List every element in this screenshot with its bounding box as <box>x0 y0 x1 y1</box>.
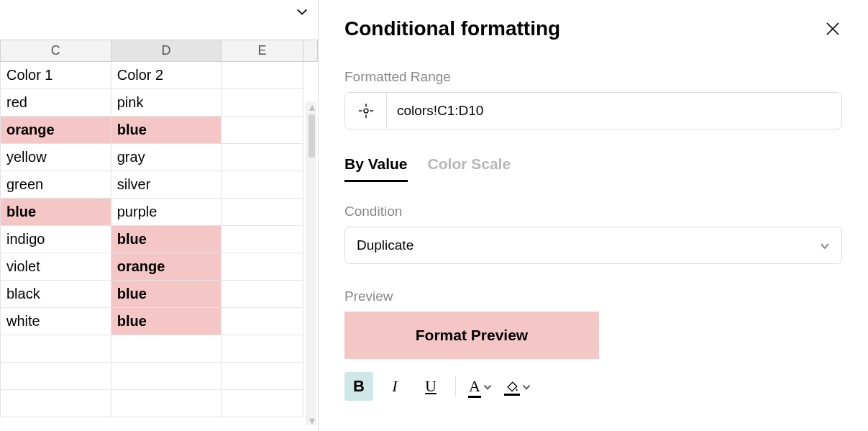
cell[interactable] <box>221 363 303 390</box>
table-row[interactable] <box>1 363 318 390</box>
bold-button[interactable]: B <box>344 372 373 401</box>
format-preview: Format Preview <box>344 312 599 359</box>
cell[interactable]: orange <box>111 253 221 281</box>
table-row[interactable]: Color 1Color 2 <box>1 62 318 89</box>
underline-button[interactable]: U <box>416 372 445 401</box>
col-header-E[interactable]: E <box>221 40 303 62</box>
condition-value: Duplicate <box>357 237 414 253</box>
cell[interactable]: red <box>1 89 111 117</box>
table-row[interactable] <box>1 390 318 417</box>
cell[interactable] <box>111 335 221 363</box>
cell[interactable] <box>111 363 221 390</box>
vertical-scrollbar[interactable]: ▴ ▾ <box>306 101 316 425</box>
condition-select[interactable]: Duplicate <box>344 227 842 264</box>
col-header-D[interactable]: D <box>111 40 221 62</box>
preview-label: Preview <box>344 289 842 304</box>
italic-button[interactable]: I <box>380 372 409 401</box>
cell[interactable] <box>221 62 303 89</box>
cell[interactable] <box>221 89 303 117</box>
cell[interactable]: white <box>1 308 111 335</box>
range-picker-icon[interactable] <box>345 93 387 129</box>
cell[interactable] <box>221 117 303 144</box>
tabs: By Value Color Scale <box>344 155 842 182</box>
table-row[interactable]: indigoblue <box>1 226 318 253</box>
cell[interactable]: Color 2 <box>111 62 221 89</box>
table-row[interactable]: orangeblue <box>1 117 318 144</box>
tab-color-scale[interactable]: Color Scale <box>428 155 511 182</box>
chevron-down-icon <box>820 237 830 253</box>
condition-label: Condition <box>344 204 842 219</box>
cell[interactable]: silver <box>111 171 221 199</box>
table-row[interactable]: violetorange <box>1 253 318 281</box>
cell[interactable] <box>221 335 303 363</box>
cell[interactable] <box>221 253 303 281</box>
cell[interactable] <box>221 390 303 417</box>
cell[interactable] <box>221 226 303 253</box>
cell[interactable]: orange <box>1 117 111 144</box>
toolbar-separator <box>455 376 456 396</box>
cell[interactable]: purple <box>111 199 221 226</box>
cell[interactable] <box>111 390 221 417</box>
cell[interactable] <box>221 144 303 171</box>
fill-color-button[interactable] <box>502 379 534 394</box>
spreadsheet-pane: CDE Color 1Color 2redpinkorangeblueyello… <box>0 0 319 431</box>
panel-title: Conditional formatting <box>344 17 560 40</box>
grid[interactable]: CDE Color 1Color 2redpinkorangeblueyello… <box>0 40 318 417</box>
cell[interactable] <box>221 281 303 308</box>
cell[interactable] <box>221 171 303 199</box>
scroll-up-arrow[interactable]: ▴ <box>309 103 315 110</box>
table-row[interactable] <box>1 335 318 363</box>
scroll-thumb[interactable] <box>309 114 315 158</box>
cell[interactable]: blue <box>111 308 221 335</box>
range-input[interactable] <box>387 93 841 129</box>
cell[interactable]: blue <box>111 226 221 253</box>
table-row[interactable]: yellowgray <box>1 144 318 171</box>
cell[interactable] <box>1 390 111 417</box>
cell[interactable]: gray <box>111 144 221 171</box>
cell[interactable]: green <box>1 171 111 199</box>
collapse-toggle[interactable] <box>295 5 309 18</box>
cell[interactable]: pink <box>111 89 221 117</box>
table-row[interactable]: whiteblue <box>1 308 318 335</box>
format-toolbar: B I U A <box>344 372 842 401</box>
table-row[interactable]: greensilver <box>1 171 318 199</box>
text-color-button[interactable]: A <box>466 377 495 396</box>
table-row[interactable]: blackblue <box>1 281 318 308</box>
cell[interactable]: Color 1 <box>1 62 111 89</box>
cell[interactable]: yellow <box>1 144 111 171</box>
table-row[interactable]: redpink <box>1 89 318 117</box>
tab-by-value[interactable]: By Value <box>344 155 408 182</box>
scroll-down-arrow[interactable]: ▾ <box>309 417 315 424</box>
col-header-C[interactable]: C <box>1 40 111 62</box>
svg-point-2 <box>364 109 368 113</box>
table-row[interactable]: bluepurple <box>1 199 318 226</box>
cell[interactable] <box>221 199 303 226</box>
range-label: Formatted Range <box>344 69 842 85</box>
close-button[interactable] <box>823 19 842 38</box>
paint-bucket-icon <box>505 379 519 394</box>
cell[interactable]: indigo <box>1 226 111 253</box>
cell[interactable]: blue <box>111 281 221 308</box>
cell[interactable] <box>221 308 303 335</box>
cell[interactable]: violet <box>1 253 111 281</box>
range-field[interactable] <box>344 92 842 130</box>
conditional-formatting-panel: Conditional formatting Formatted Range B… <box>319 0 868 431</box>
cell[interactable]: blue <box>111 117 221 144</box>
cell[interactable] <box>1 363 111 390</box>
cell[interactable]: blue <box>1 199 111 226</box>
chevron-down-icon <box>522 380 531 393</box>
chevron-down-icon <box>483 380 492 393</box>
cell[interactable] <box>1 335 111 363</box>
cell[interactable]: black <box>1 281 111 308</box>
